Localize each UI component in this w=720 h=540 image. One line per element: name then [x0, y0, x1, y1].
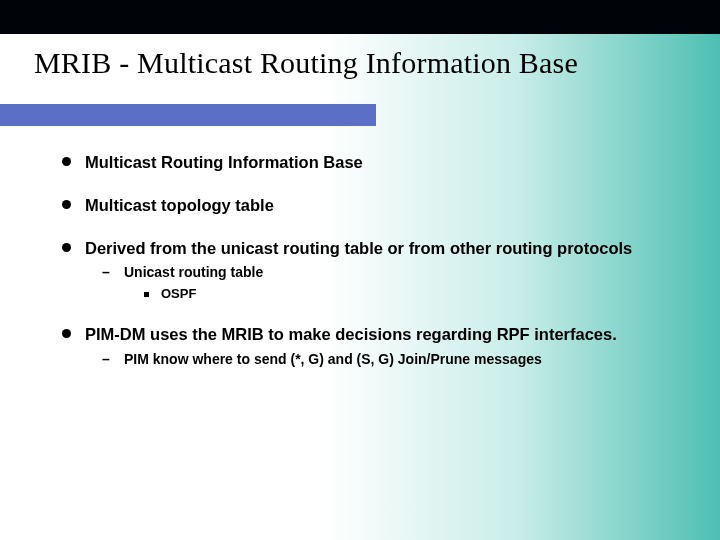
list-subitem: – Unicast routing table — [102, 263, 680, 281]
dash-icon: – — [102, 263, 116, 281]
bullet-icon — [62, 243, 71, 252]
list-group: Derived from the unicast routing table o… — [62, 238, 680, 302]
list-subitem: – PIM know where to send (*, G) and (S, … — [102, 350, 680, 368]
list-group: PIM-DM uses the MRIB to make decisions r… — [62, 324, 680, 367]
top-black-band — [0, 0, 720, 34]
square-icon — [144, 292, 149, 297]
list-item-text: Multicast topology table — [85, 195, 274, 216]
slide-body: Multicast Routing Information Base Multi… — [62, 152, 680, 390]
slide-title: MRIB - Multicast Routing Information Bas… — [34, 46, 578, 80]
list-item-text: Derived from the unicast routing table o… — [85, 238, 632, 259]
list-subitem-text: PIM know where to send (*, G) and (S, G)… — [124, 350, 542, 368]
list-subitem-text: Unicast routing table — [124, 263, 263, 281]
list-subsubitem-text: OSPF — [161, 286, 196, 303]
bullet-icon — [62, 329, 71, 338]
list-item-text: PIM-DM uses the MRIB to make decisions r… — [85, 324, 617, 345]
list-item: Multicast Routing Information Base — [62, 152, 680, 173]
list-item: PIM-DM uses the MRIB to make decisions r… — [62, 324, 680, 345]
bullet-icon — [62, 200, 71, 209]
list-item-text: Multicast Routing Information Base — [85, 152, 363, 173]
list-item: Derived from the unicast routing table o… — [62, 238, 680, 259]
list-subsubitem: OSPF — [144, 286, 680, 303]
bullet-icon — [62, 157, 71, 166]
list-item: Multicast topology table — [62, 195, 680, 216]
dash-icon: – — [102, 350, 116, 368]
accent-bar — [0, 104, 376, 126]
